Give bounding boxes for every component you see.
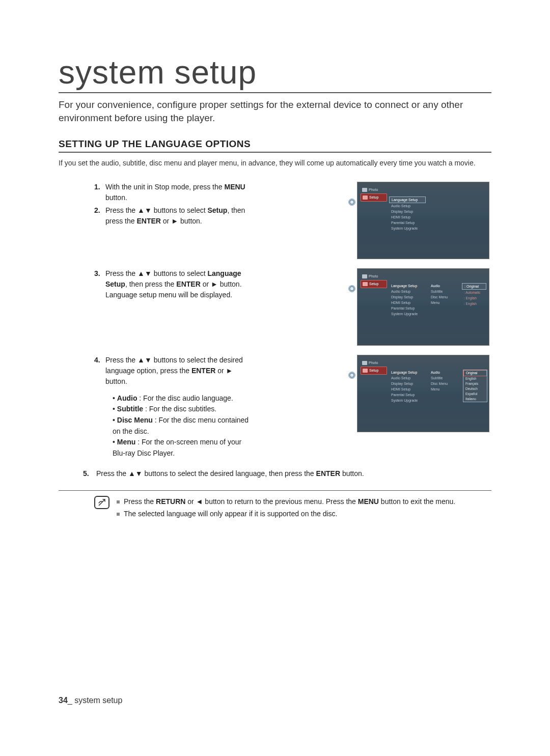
step-1-text: With the unit in Stop mode, press the ME… [105, 183, 245, 202]
step-4-text: Press the ▲▼ buttons to select the desir… [105, 356, 243, 385]
side-photo: Photo [361, 359, 387, 367]
section-sub: If you set the audio, subtitle, disc men… [59, 158, 491, 168]
step-3-text: Press the ▲▼ buttons to select Language … [105, 269, 242, 299]
page-intro: For your convenience, configure proper s… [59, 98, 491, 124]
menu-language-setup: Language Setup [389, 283, 426, 289]
disc-icon [348, 199, 355, 206]
menu-hdmi-setup: HDMI Setup [389, 300, 426, 305]
note-icon [94, 496, 109, 509]
page-title: system setup [59, 53, 491, 93]
popup-original: Original [463, 370, 487, 376]
menu-parental-setup: Parental Setup [389, 220, 426, 226]
menu-language-setup: Language Setup [389, 197, 426, 203]
menu-system-upgrade: System Upgrade [389, 311, 426, 317]
menu-hdmi-setup: HDMI Setup [389, 214, 426, 220]
menu-audio-setup: Audio Setup [389, 375, 426, 381]
disc-icon [348, 372, 355, 379]
opt-menu: Menu [429, 386, 460, 392]
menu-hdmi-setup: HDMI Setup [389, 386, 426, 392]
menu-audio-setup: Audio Setup [389, 203, 426, 209]
step-5: 5. Press the ▲▼ buttons to select the de… [59, 468, 491, 479]
step-1: 1. With the unit in Stop mode, press the… [94, 182, 250, 203]
screenshot-language-setup: Photo Setup Language Setup Audio Setup D… [357, 268, 489, 346]
bullet-menu: Menu : For the on-screen menu of your Bl… [113, 437, 250, 459]
side-setup: Setup [361, 280, 387, 288]
note-2: The selected language will only appear i… [117, 508, 491, 520]
bullet-subtitle: Subtitle : For the disc subtitles. [113, 404, 250, 415]
val-english-1: : English [462, 295, 486, 301]
opt-audio: Audio [429, 370, 460, 375]
menu-display-setup: Display Setup [389, 381, 426, 386]
side-setup: Setup [361, 193, 387, 202]
disc-icon [348, 285, 355, 292]
popup-deutsch: Deutsch [463, 386, 487, 391]
menu-display-setup: Display Setup [389, 294, 426, 300]
step-4: 4. Press the ▲▼ buttons to select the de… [94, 355, 250, 387]
side-setup: Setup [361, 367, 387, 375]
opt-disc-menu: Disc Menu [429, 381, 460, 386]
popup-english: English [463, 376, 487, 381]
screenshot-setup-selected: Photo Setup Language Setup Audio Setup D… [357, 182, 489, 259]
opt-menu: Menu [429, 300, 460, 305]
side-photo: Photo [361, 186, 387, 193]
menu-language-setup: Language Setup [389, 370, 426, 375]
menu-display-setup: Display Setup [389, 209, 426, 214]
step-2: 2. Press the ▲▼ buttons to select Setup,… [94, 205, 250, 227]
val-automatic: : Automatic [462, 290, 486, 295]
val-english-2: : English [462, 301, 486, 306]
side-photo: Photo [361, 273, 387, 280]
popup-italiano: Italiano [463, 397, 487, 402]
menu-system-upgrade: System Upgrade [389, 398, 426, 403]
menu-parental-setup: Parental Setup [389, 305, 426, 311]
step-3: 3. Press the ▲▼ buttons to select Langua… [94, 268, 250, 300]
language-popup: Original English Français Deutsch Españo… [463, 370, 487, 402]
opt-audio: Audio [429, 283, 460, 289]
menu-system-upgrade: System Upgrade [389, 226, 426, 231]
note-1: Press the RETURN or ◄ button to return t… [117, 496, 491, 508]
opt-subtitle: Subtitle [429, 289, 460, 294]
bullet-audio: Audio : For the disc audio language. [113, 393, 250, 404]
page-footer: 34_ system setup [59, 696, 122, 705]
opt-subtitle: Subtitle [429, 375, 460, 381]
opt-disc-menu: Disc Menu [429, 294, 460, 300]
section-heading: SETTING UP THE LANGUAGE OPTIONS [59, 138, 491, 153]
val-original: : Original [462, 283, 486, 290]
popup-espanol: Español [463, 391, 487, 397]
screenshot-language-popup: Photo Setup Language Setup Audio Setup D… [357, 355, 489, 432]
menu-audio-setup: Audio Setup [389, 289, 426, 294]
step-2-text: Press the ▲▼ buttons to select Setup, th… [105, 206, 245, 225]
popup-francais: Français [463, 381, 487, 386]
bullet-disc-menu: Disc Menu : For the disc menu contained … [113, 415, 250, 437]
menu-parental-setup: Parental Setup [389, 392, 426, 398]
